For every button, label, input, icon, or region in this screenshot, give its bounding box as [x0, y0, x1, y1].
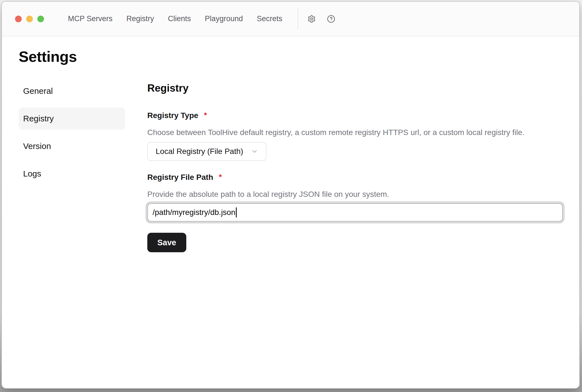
required-asterisk: *	[204, 111, 207, 119]
nav-secrets[interactable]: Secrets	[257, 14, 282, 23]
titlebar-divider	[298, 8, 298, 30]
zoom-window-button[interactable]	[37, 16, 44, 22]
sidebar-item-version[interactable]: Version	[19, 135, 125, 157]
section-heading: Registry	[147, 82, 563, 94]
registry-file-path-input[interactable]: /path/myregistry/db.json	[147, 203, 563, 222]
chevron-down-icon	[251, 148, 258, 155]
sidebar-item-label: General	[23, 86, 53, 96]
sidebar-item-label: Logs	[23, 169, 41, 178]
sidebar-item-label: Version	[23, 141, 51, 151]
sidebar-item-logs[interactable]: Logs	[19, 163, 125, 185]
page-title: Settings	[19, 48, 563, 65]
registry-file-path-label: Registry File Path	[147, 173, 213, 182]
minimize-window-button[interactable]	[26, 16, 33, 22]
text-caret	[236, 207, 237, 217]
nav-mcp-servers[interactable]: MCP Servers	[68, 14, 113, 23]
registry-file-path-description: Provide the absolute path to a local reg…	[147, 190, 563, 199]
window-controls	[15, 16, 44, 22]
registry-type-label: Registry Type	[147, 111, 198, 120]
settings-page: Settings General Registry Version Logs R…	[2, 48, 579, 252]
settings-sidebar: General Registry Version Logs	[19, 80, 125, 252]
settings-button[interactable]	[307, 15, 316, 23]
close-window-button[interactable]	[15, 16, 22, 22]
registry-type-select[interactable]: Local Registry (File Path)	[147, 142, 266, 161]
registry-type-selected-value: Local Registry (File Path)	[156, 147, 243, 156]
nav-playground[interactable]: Playground	[205, 14, 243, 23]
registry-type-description: Choose between ToolHive default registry…	[147, 128, 563, 137]
sidebar-item-label: Registry	[23, 114, 54, 123]
titlebar-icon-buttons	[307, 15, 335, 23]
sidebar-item-registry[interactable]: Registry	[19, 107, 125, 130]
help-circle-icon	[327, 15, 335, 23]
app-window: MCP Servers Registry Clients Playground …	[1, 1, 580, 389]
gear-icon	[307, 15, 316, 23]
save-button[interactable]: Save	[147, 233, 186, 252]
titlebar: MCP Servers Registry Clients Playground …	[2, 2, 579, 36]
nav-registry[interactable]: Registry	[126, 14, 154, 23]
registry-file-path-value: /path/myregistry/db.json	[153, 208, 235, 217]
registry-settings-panel: Registry Registry Type * Choose between …	[147, 80, 563, 252]
sidebar-item-general[interactable]: General	[19, 80, 125, 102]
help-button[interactable]	[327, 15, 335, 23]
nav-clients[interactable]: Clients	[168, 14, 191, 23]
top-navigation: MCP Servers Registry Clients Playground …	[68, 14, 282, 23]
required-asterisk: *	[219, 173, 222, 181]
